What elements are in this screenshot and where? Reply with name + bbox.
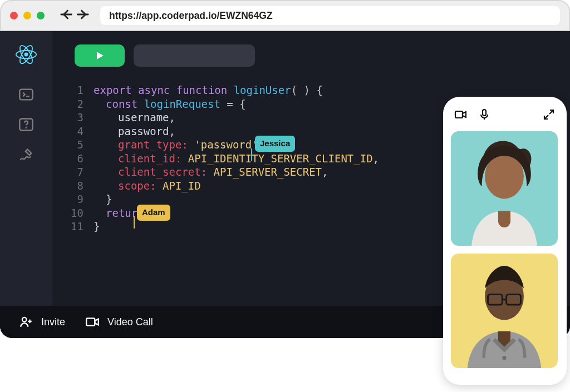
close-window-button[interactable]: [10, 12, 18, 19]
invite-button[interactable]: Invite: [19, 315, 65, 329]
language-selector[interactable]: [134, 44, 255, 67]
participant-tile[interactable]: [451, 254, 558, 368]
line-gutter: 1234567891011: [63, 83, 94, 234]
avatar: [451, 254, 558, 368]
run-button[interactable]: [75, 44, 125, 67]
window-controls: [10, 12, 45, 19]
mic-icon[interactable]: [478, 108, 491, 123]
avatar: [451, 131, 558, 246]
toolbar: [75, 44, 559, 67]
cursor-tag-jessica: Jessica: [255, 136, 295, 152]
camera-icon[interactable]: [454, 108, 468, 123]
svg-point-7: [22, 317, 27, 322]
svg-point-0: [24, 53, 28, 57]
participant-tile[interactable]: [451, 131, 558, 246]
svg-rect-4: [19, 90, 32, 100]
sidebar: [0, 31, 52, 338]
url-text: https://app.coderpad.io/EWZN64GZ: [109, 10, 273, 22]
video-call-label: Video Call: [107, 316, 153, 328]
video-controls: [451, 106, 559, 131]
minimize-window-button[interactable]: [23, 12, 31, 19]
react-logo-icon: [15, 43, 37, 68]
browser-forward-button[interactable]: [76, 7, 91, 24]
remote-cursor: [251, 148, 252, 161]
invite-label: Invite: [41, 316, 65, 328]
svg-point-15: [502, 356, 506, 360]
help-icon[interactable]: [18, 117, 34, 135]
svg-rect-9: [455, 111, 463, 118]
svg-rect-8: [86, 319, 95, 326]
maximize-window-button[interactable]: [37, 12, 45, 19]
video-call-button[interactable]: Video Call: [85, 315, 153, 329]
url-bar[interactable]: https://app.coderpad.io/EWZN64GZ: [100, 6, 560, 25]
remote-cursor: [134, 216, 135, 229]
draw-icon[interactable]: [18, 147, 34, 165]
browser-back-button[interactable]: [58, 7, 73, 24]
expand-icon[interactable]: [542, 108, 556, 123]
svg-point-6: [26, 127, 26, 128]
browser-chrome: https://app.coderpad.io/EWZN64GZ: [0, 0, 570, 31]
terminal-icon[interactable]: [18, 87, 34, 105]
svg-rect-10: [483, 110, 486, 116]
cursor-tag-adam: Adam: [137, 205, 170, 221]
video-call-panel[interactable]: [443, 97, 567, 385]
